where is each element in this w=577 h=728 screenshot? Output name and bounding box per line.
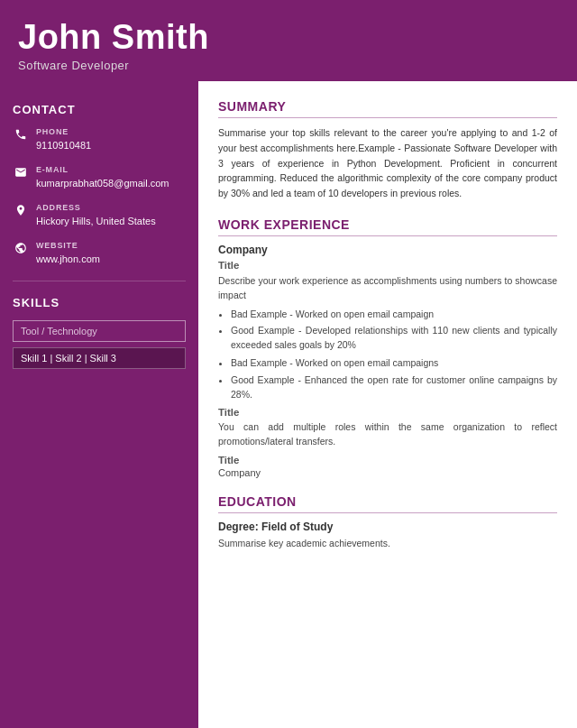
education-title: EDUCATION [218, 494, 557, 513]
skills-section-title: SKILLS [13, 296, 186, 309]
website-value: www.jhon.com [36, 253, 100, 264]
body: CONTACT PHONE 9110910481 [0, 81, 577, 728]
work-desc2: You can add multiple roles within the sa… [218, 419, 557, 449]
skills-list-box: Skill 1 | Skill 2 | Skill 3 [13, 347, 186, 369]
candidate-name: John Smith [18, 19, 559, 57]
skills-section: SKILLS Tool / Technology Skill 1 | Skill… [13, 296, 186, 369]
email-label: E-MAIL [36, 165, 169, 174]
candidate-title: Software Developer [18, 59, 559, 72]
work-role2: Title [218, 407, 557, 418]
work-experience-title: WORK EXPERIENCE [218, 217, 557, 236]
main-content: SUMMARY Summarise your top skills releva… [198, 81, 577, 728]
bullet-item: Bad Example - Worked on open email campa… [231, 355, 557, 370]
email-value: kumarprabhat058@gmail.com [36, 178, 169, 189]
address-value: Hickory Hills, United States [36, 216, 156, 226]
education-section: EDUCATION Degree: Field of Study Summari… [218, 494, 557, 550]
skills-tool-box: Tool / Technology [13, 320, 186, 342]
address-icon [13, 204, 29, 217]
bullet-item: Good Example - Developed relationships w… [231, 323, 557, 353]
bullet-item: Good Example - Enhanced the open rate fo… [231, 373, 557, 402]
education-degree: Degree: Field of Study [218, 521, 557, 533]
contact-website: Website www.jhon.com [13, 241, 186, 266]
contact-email: E-MAIL kumarprabhat058@gmail.com [13, 165, 186, 190]
sidebar-divider [13, 281, 186, 281]
work-role1: Title [218, 260, 557, 271]
phone-value: 9110910481 [36, 140, 91, 151]
sidebar: CONTACT PHONE 9110910481 [0, 81, 198, 728]
header: John Smith Software Developer [0, 0, 577, 81]
contact-phone: PHONE 9110910481 [13, 127, 186, 152]
work-company: Company [218, 244, 557, 256]
phone-icon [13, 128, 29, 141]
contact-section-title: CONTACT [13, 103, 186, 116]
summary-section: SUMMARY Summarise your top skills releva… [218, 99, 557, 201]
address-label: ADDRESS [36, 203, 156, 212]
phone-label: PHONE [36, 127, 91, 136]
bullet-item: Bad Example - Worked on open email campa… [231, 307, 557, 321]
website-icon [13, 242, 29, 254]
work-role3: Title [218, 455, 557, 465]
summary-title: SUMMARY [218, 99, 557, 118]
email-icon [13, 166, 29, 179]
summary-text: Summarise your top skills relevant to th… [218, 125, 557, 201]
work-experience-section: WORK EXPERIENCE Company Title Describe y… [218, 217, 557, 478]
work-desc1: Describe your work experience as accompl… [218, 273, 557, 303]
work-company2: Company [218, 467, 557, 478]
work-bullets-1: Bad Example - Worked on open email campa… [231, 307, 557, 353]
education-desc: Summarise key academic achievements. [218, 536, 557, 550]
work-bullets-2: Bad Example - Worked on open email campa… [231, 355, 557, 401]
website-label: Website [36, 241, 100, 250]
resume-container: John Smith Software Developer CONTACT PH… [0, 0, 577, 728]
contact-address: ADDRESS Hickory Hills, United States [13, 203, 186, 228]
